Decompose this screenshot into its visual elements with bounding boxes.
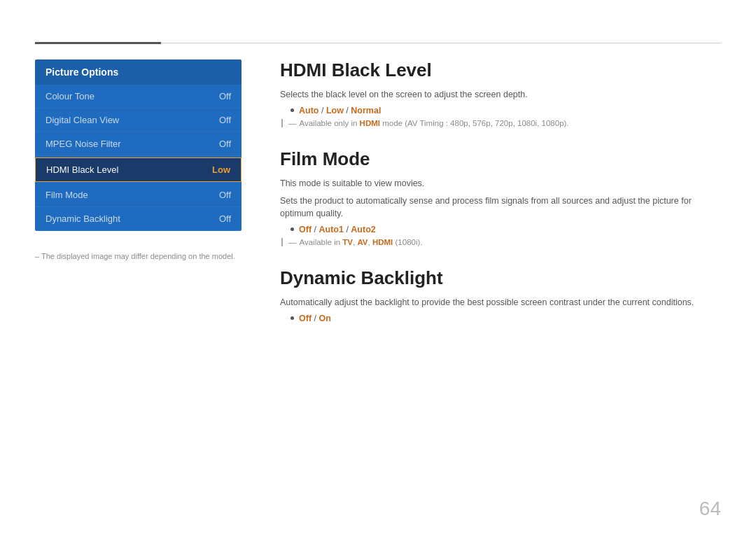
sidebar-item-label: HDMI Black Level xyxy=(46,164,118,175)
section-film-mode-desc2: Sets the product to automatically sense … xyxy=(280,195,721,221)
sidebar-item-mpeg-noise-filter[interactable]: MPEG Noise Filter Off xyxy=(35,132,241,156)
sidebar-item-digital-clean-view[interactable]: Digital Clean View Off xyxy=(35,108,241,132)
opt-on: On xyxy=(318,314,330,323)
option-text: Off / On xyxy=(299,314,331,323)
opt-sep2: / xyxy=(344,225,351,234)
section-dynamic-backlight: Dynamic Backlight Automatically adjust t… xyxy=(280,267,721,323)
opt-sep1: / xyxy=(312,225,318,234)
bullet-icon xyxy=(290,316,294,320)
sidebar-menu: Colour Tone Off Digital Clean View Off M… xyxy=(35,85,241,231)
sidebar-item-value: Off xyxy=(219,213,231,224)
note-dash: ― xyxy=(288,238,297,246)
opt-off: Off xyxy=(299,225,312,234)
top-decoration xyxy=(35,42,721,44)
sidebar-item-label: Film Mode xyxy=(46,190,88,200)
opt-auto2: Auto2 xyxy=(351,225,375,234)
sidebar-item-label: Digital Clean View xyxy=(46,115,119,125)
opt-sep1: / xyxy=(318,106,326,115)
sidebar-item-hdmi-black-level[interactable]: HDMI Black Level Low xyxy=(35,157,241,182)
sidebar-item-label: Colour Tone xyxy=(46,91,94,101)
page-number: 64 xyxy=(699,498,721,520)
sidebar-item-value: Off xyxy=(219,190,231,200)
top-line-dark xyxy=(35,42,161,44)
section-hdmi-black-level: HDMI Black Level Selects the black level… xyxy=(280,59,721,127)
sidebar-header: Picture Options xyxy=(35,59,241,85)
note-text: Available in TV, AV, HDMI (1080i). xyxy=(300,238,423,246)
sidebar-item-value: Off xyxy=(219,139,231,149)
sidebar-item-film-mode[interactable]: Film Mode Off xyxy=(35,183,241,207)
sidebar-item-value: Off xyxy=(219,115,231,125)
top-line-light xyxy=(161,43,721,43)
section-dynamic-backlight-desc: Automatically adjust the backlight to pr… xyxy=(280,296,721,309)
bullet-icon xyxy=(290,108,294,112)
opt-normal: Normal xyxy=(351,106,381,115)
section-hdmi-black-level-options: Auto / Low / Normal xyxy=(290,106,721,115)
opt-sep2: / xyxy=(344,106,351,115)
main-content: HDMI Black Level Selects the black level… xyxy=(280,59,721,344)
film-mode-note: ― Available in TV, AV, HDMI (1080i). xyxy=(281,238,721,246)
section-dynamic-backlight-options: Off / On xyxy=(290,314,721,323)
sidebar-item-dynamic-backlight[interactable]: Dynamic Backlight Off xyxy=(35,207,241,231)
section-hdmi-black-level-title: HDMI Black Level xyxy=(280,59,721,81)
opt-off: Off xyxy=(299,314,312,323)
sidebar-item-colour-tone[interactable]: Colour Tone Off xyxy=(35,85,241,108)
opt-auto: Auto xyxy=(299,106,318,115)
option-text: Auto / Low / Normal xyxy=(299,106,381,115)
opt-auto1: Auto1 xyxy=(318,225,343,234)
sidebar-item-value: Low xyxy=(212,164,230,175)
sidebar-item-label: MPEG Noise Filter xyxy=(46,139,121,149)
option-text: Off / Auto1 / Auto2 xyxy=(299,225,376,234)
section-film-mode-options: Off / Auto1 / Auto2 xyxy=(290,225,721,234)
hdmi-black-level-note: ― Available only in HDMI mode (AV Timing… xyxy=(281,119,721,127)
section-film-mode: Film Mode This mode is suitable to view … xyxy=(280,148,721,246)
note-bold-tv: TV xyxy=(342,238,353,246)
section-dynamic-backlight-title: Dynamic Backlight xyxy=(280,267,721,289)
note-text: Available only in HDMI mode (AV Timing :… xyxy=(300,119,569,127)
note-dash: ― xyxy=(288,119,297,127)
sidebar-item-label: Dynamic Backlight xyxy=(46,213,120,224)
sidebar: Picture Options Colour Tone Off Digital … xyxy=(35,59,241,231)
footnote: – The displayed image may differ dependi… xyxy=(35,252,235,260)
section-hdmi-black-level-desc: Selects the black level on the screen to… xyxy=(280,88,721,101)
sidebar-item-value: Off xyxy=(219,91,231,101)
section-film-mode-desc1: This mode is suitable to view movies. xyxy=(280,177,721,190)
bullet-icon xyxy=(290,227,294,231)
section-film-mode-title: Film Mode xyxy=(280,148,721,170)
note-bold-av: AV xyxy=(357,238,368,246)
note-bold-hdmi: HDMI xyxy=(372,238,393,246)
opt-sep1: / xyxy=(312,314,318,323)
opt-low: Low xyxy=(326,106,344,115)
note-bold-hdmi: HDMI xyxy=(360,119,380,127)
